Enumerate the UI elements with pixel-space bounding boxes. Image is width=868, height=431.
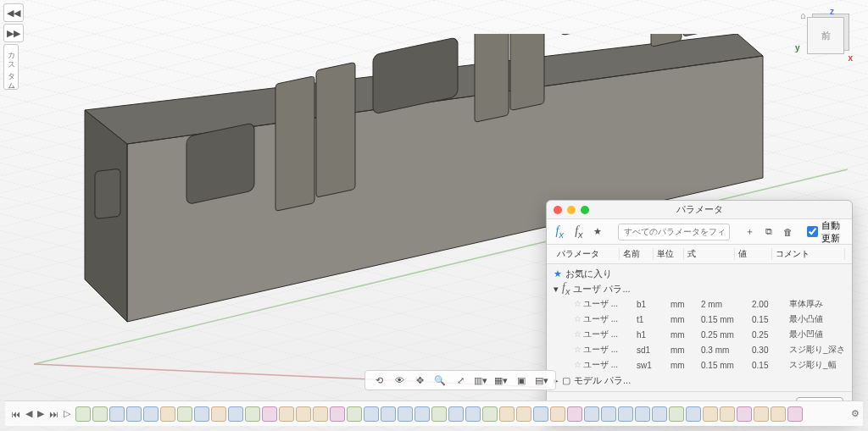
fx-model-param-icon[interactable]: fx xyxy=(573,224,586,240)
timeline-feature[interactable] xyxy=(160,406,175,422)
timeline-settings-icon[interactable]: ⚙ xyxy=(851,408,860,419)
undo-button[interactable]: ◀◀ xyxy=(3,3,24,22)
timeline-feature[interactable] xyxy=(550,406,565,422)
add-icon[interactable]: ＋ xyxy=(743,224,756,240)
timeline-feature[interactable] xyxy=(601,406,616,422)
orbit-icon[interactable]: ⟲ xyxy=(372,373,386,387)
timeline-start-icon[interactable]: ⏮ xyxy=(11,409,20,419)
timeline-feature[interactable] xyxy=(635,406,650,422)
user-params-group[interactable]: ▾fxユーザ パラ... xyxy=(554,281,845,296)
timeline-feature[interactable] xyxy=(720,406,735,422)
timeline[interactable]: ⏮ ◀ ▶ ⏭ ▷ ⚙ xyxy=(5,401,863,426)
param-row[interactable]: ☆ユーザ ...t1mm0.15 mm0.15最小凸値 xyxy=(554,312,845,327)
timeline-feature[interactable] xyxy=(194,406,209,422)
timeline-feature[interactable] xyxy=(652,406,667,422)
timeline-feature[interactable] xyxy=(737,406,752,422)
row-group: ☆ユーザ ... xyxy=(567,313,633,325)
timeline-feature[interactable] xyxy=(618,406,633,422)
redo-button[interactable]: ▶▶ xyxy=(3,24,24,42)
param-row[interactable]: ☆ユーザ ...b1mm2 mm2.00車体厚み xyxy=(554,296,845,312)
auto-update-toggle[interactable]: 自動更新 xyxy=(807,219,844,245)
named-view-button[interactable]: カスタム xyxy=(3,44,19,90)
timeline-feature[interactable] xyxy=(143,406,159,422)
timeline-back-icon[interactable]: ◀ xyxy=(25,408,32,418)
favorite-filter-icon[interactable]: ★ xyxy=(592,224,604,240)
timeline-feature[interactable] xyxy=(211,406,226,422)
row-value: 0.15 xyxy=(748,315,786,324)
effects-icon[interactable]: ▣ xyxy=(515,373,528,387)
param-row[interactable]: ☆ユーザ ...sd1mm0.3 mm0.30スジ彫り_深さ xyxy=(554,342,845,357)
timeline-feature[interactable] xyxy=(703,406,718,422)
timeline-feature[interactable] xyxy=(771,406,786,422)
parameters-panel[interactable]: パラメータ fx fx ★ ＋ ⧉ 🗑 自動更新 パラメータ 名前 単位 式 値… xyxy=(546,200,853,422)
zoom-icon[interactable]: 🔍 xyxy=(433,373,447,387)
panel-titlebar[interactable]: パラメータ xyxy=(547,201,852,219)
minimize-icon[interactable] xyxy=(567,206,576,214)
object-visibility-icon[interactable]: ▤▾ xyxy=(535,373,548,387)
zoom-icon[interactable] xyxy=(581,206,589,214)
navigation-toolbar[interactable]: ⟲ 👁 ✥ 🔍 ⤢ ▥▾ ▦▾ ▣ ▤▾ xyxy=(364,370,556,390)
timeline-feature[interactable] xyxy=(669,406,684,422)
view-cube[interactable]: ⌂ 前 z x y xyxy=(800,10,851,61)
param-row[interactable]: ☆ユーザ ...h1mm0.25 mm0.25最小凹値 xyxy=(554,327,845,342)
timeline-end-icon[interactable]: ⏭ xyxy=(49,409,58,419)
timeline-feature[interactable] xyxy=(177,406,192,422)
copy-icon[interactable]: ⧉ xyxy=(762,224,775,240)
timeline-feature[interactable] xyxy=(754,406,769,422)
pan-icon[interactable]: ✥ xyxy=(413,373,426,387)
timeline-feature[interactable] xyxy=(364,406,379,422)
timeline-feature[interactable] xyxy=(126,406,142,422)
timeline-feature[interactable] xyxy=(228,406,243,422)
timeline-feature[interactable] xyxy=(584,406,599,422)
timeline-feature[interactable] xyxy=(448,406,464,422)
timeline-feature[interactable] xyxy=(92,406,108,422)
row-unit: mm xyxy=(667,315,698,324)
model-params-group[interactable]: ▸▢モデル パラ... xyxy=(554,373,845,388)
timeline-feature[interactable] xyxy=(787,406,803,422)
close-icon[interactable] xyxy=(554,206,562,214)
timeline-feature[interactable] xyxy=(279,406,294,422)
display-mode-icon[interactable]: ▥▾ xyxy=(474,373,487,387)
timeline-feature[interactable] xyxy=(262,406,277,422)
viewcube-front-label: 前 xyxy=(821,30,831,42)
timeline-feature[interactable] xyxy=(567,406,582,422)
row-comment: 最小凹値 xyxy=(786,329,845,340)
timeline-feature[interactable] xyxy=(398,406,413,422)
svg-rect-8 xyxy=(316,62,355,197)
timeline-play-icon[interactable]: ▷ xyxy=(64,408,70,418)
row-unit: mm xyxy=(667,330,698,340)
row-name: sd1 xyxy=(633,345,667,355)
delete-icon[interactable]: 🗑 xyxy=(782,224,794,240)
timeline-feature[interactable] xyxy=(686,406,701,422)
axis-y-label: y xyxy=(795,43,800,52)
favorites-group[interactable]: ★お気に入り xyxy=(554,266,845,281)
home-icon[interactable]: ⌂ xyxy=(800,10,806,20)
row-name: t1 xyxy=(633,315,667,324)
timeline-feature[interactable] xyxy=(245,406,260,422)
filter-input[interactable] xyxy=(618,224,730,240)
timeline-feature[interactable] xyxy=(499,406,515,422)
timeline-feature[interactable] xyxy=(296,406,311,422)
timeline-feature[interactable] xyxy=(465,406,481,422)
svg-rect-7 xyxy=(275,76,314,212)
svg-rect-12 xyxy=(559,34,636,36)
timeline-feature[interactable] xyxy=(75,406,91,422)
row-expr: 0.25 mm xyxy=(698,330,748,340)
timeline-fwd-icon[interactable]: ▶ xyxy=(37,408,44,418)
timeline-feature[interactable] xyxy=(347,406,362,422)
timeline-feature[interactable] xyxy=(313,406,328,422)
timeline-feature[interactable] xyxy=(516,406,531,422)
row-name: sw1 xyxy=(633,361,667,370)
timeline-feature[interactable] xyxy=(482,406,498,422)
fit-icon[interactable]: ⤢ xyxy=(453,373,467,387)
grid-icon[interactable]: ▦▾ xyxy=(494,373,508,387)
timeline-feature[interactable] xyxy=(533,406,548,422)
fx-user-param-icon[interactable]: fx xyxy=(554,224,566,240)
timeline-feature[interactable] xyxy=(415,406,430,422)
timeline-feature[interactable] xyxy=(330,406,345,422)
timeline-feature[interactable] xyxy=(431,406,447,422)
timeline-feature[interactable] xyxy=(381,406,396,422)
timeline-feature[interactable] xyxy=(109,406,125,422)
look-icon[interactable]: 👁 xyxy=(392,373,406,387)
param-row[interactable]: ☆ユーザ ...sw1mm0.15 mm0.15スジ彫り_幅 xyxy=(554,357,845,373)
